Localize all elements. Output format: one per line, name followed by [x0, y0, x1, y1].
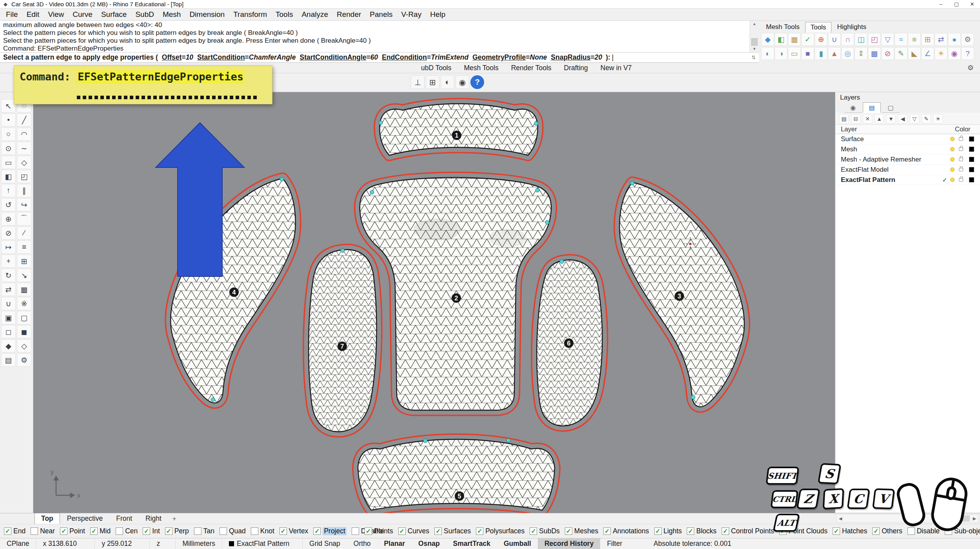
fillet-icon[interactable]: ⌒: [17, 212, 31, 225]
stitch-mesh-icon[interactable]: ✎: [895, 47, 907, 60]
maximize-button[interactable]: ▢: [949, 0, 964, 8]
polyline-icon[interactable]: ╱: [17, 113, 31, 127]
mesh-from-nurbs-icon[interactable]: ◐: [761, 47, 774, 60]
command-option-endcondition[interactable]: EndCondition=TrimExtend: [382, 53, 468, 61]
osnap-point-label[interactable]: Point: [69, 527, 85, 535]
menu-edit[interactable]: Edit: [22, 10, 44, 19]
lock-icon[interactable]: [959, 147, 963, 151]
scroll-up-button[interactable]: ▲: [750, 21, 759, 27]
unlock-icon[interactable]: ◇: [17, 339, 31, 353]
hide-icon[interactable]: ◻: [1, 325, 16, 338]
layer-icon[interactable]: ▤: [1, 353, 16, 367]
osnap-vertex-label[interactable]: Vertex: [289, 527, 309, 535]
menu-file[interactable]: File: [2, 10, 22, 19]
rectangle-icon[interactable]: ▭: [1, 156, 16, 169]
join-icon[interactable]: ∪: [1, 297, 16, 310]
corner-mesh-icon[interactable]: ◣: [908, 47, 921, 60]
trim-mesh-icon[interactable]: ⊘: [881, 47, 894, 60]
osnap-disable-checkbox[interactable]: [352, 527, 359, 535]
move-up-icon[interactable]: ▲: [875, 114, 884, 124]
mesh-plane-icon[interactable]: ▭: [788, 47, 801, 60]
filter-points-checkbox[interactable]: ✓: [365, 527, 372, 535]
layer-row-exactflat-pattern[interactable]: ExactFlat Pattern✓: [835, 175, 980, 185]
osnap-near-checkbox[interactable]: [31, 527, 38, 535]
minimize-button[interactable]: –: [933, 0, 949, 8]
layer-color-swatch[interactable]: [969, 177, 974, 182]
ribbon-tab-drafting[interactable]: Drafting: [558, 63, 594, 73]
osnap-mid-checkbox[interactable]: ✓: [90, 527, 98, 535]
layer-color-swatch[interactable]: [969, 136, 974, 142]
status-osnap[interactable]: Osnap: [412, 538, 446, 549]
ellipse-icon[interactable]: ⊙: [1, 142, 16, 155]
viewport-tab-front[interactable]: Front: [110, 513, 138, 524]
paint-mesh-icon[interactable]: ◉: [948, 47, 961, 60]
status-gumball[interactable]: Gumball: [497, 538, 538, 549]
command-option-offset[interactable]: Offset=10: [162, 53, 193, 61]
show-icon[interactable]: ◼: [17, 325, 31, 338]
array-mesh-icon[interactable]: ▩: [868, 47, 881, 60]
mesh-cylinder-icon[interactable]: ▮: [815, 47, 828, 60]
lock-icon[interactable]: [959, 178, 963, 182]
filter-others-checkbox[interactable]: ✓: [872, 527, 880, 535]
layer-row-exactflat-model[interactable]: ExactFlat Model: [835, 165, 980, 175]
offset-mesh-icon[interactable]: ≡: [908, 33, 921, 46]
status-grid-snap[interactable]: Grid Snap: [303, 538, 347, 549]
pattern-piece-7[interactable]: [309, 250, 377, 432]
trim-icon[interactable]: ⊘: [1, 226, 16, 240]
osnap-quad-label[interactable]: Quad: [229, 527, 246, 535]
lock-icon[interactable]: ◆: [1, 339, 16, 353]
viewport-tab-right[interactable]: Right: [139, 513, 168, 524]
copy-icon[interactable]: ⊞: [17, 255, 31, 268]
filter-annotations-label[interactable]: Annotations: [613, 527, 649, 535]
osnap-int-checkbox[interactable]: ✓: [143, 527, 150, 535]
ribbon-tab-mesh-tools[interactable]: Mesh Tools: [458, 63, 505, 73]
layers-tab[interactable]: ▤: [863, 102, 881, 113]
properties-tab[interactable]: ◉: [844, 102, 862, 113]
add-viewport-tab-icon[interactable]: +: [168, 515, 181, 524]
array-icon[interactable]: ▦: [17, 283, 31, 296]
osnap-knot-checkbox[interactable]: [251, 527, 258, 535]
osnap-vertex-checkbox[interactable]: ✓: [279, 527, 287, 535]
rotate-icon[interactable]: ↻: [1, 269, 16, 282]
new-layer-icon[interactable]: ▤: [839, 114, 849, 124]
viewport-tab-perspective[interactable]: Perspective: [61, 513, 109, 524]
align-mesh-icon[interactable]: ⇕: [855, 47, 867, 60]
polygon-icon[interactable]: ◇: [17, 156, 31, 169]
menu-view[interactable]: View: [44, 10, 68, 19]
filter-curves-checkbox[interactable]: ✓: [398, 527, 406, 535]
osnap-knot-label[interactable]: Knot: [260, 527, 274, 535]
extrude-icon[interactable]: ↑: [1, 184, 16, 197]
move-down-icon[interactable]: ▼: [886, 114, 896, 124]
explode-icon[interactable]: ※: [17, 297, 31, 310]
viewport-tab-top[interactable]: Top: [34, 513, 60, 524]
filter-meshes-checkbox[interactable]: ✓: [565, 527, 572, 535]
menu-render[interactable]: Render: [332, 10, 365, 19]
command-option-startcondition[interactable]: StartCondition=ChamferAngle: [197, 53, 296, 61]
layer-row-surface[interactable]: Surface: [835, 134, 980, 144]
filter-surfaces-label[interactable]: Surfaces: [444, 527, 471, 535]
boolean-mesh-icon[interactable]: ⊞: [921, 33, 934, 46]
bulb-icon[interactable]: [950, 137, 955, 141]
osnap-quad-checkbox[interactable]: [220, 527, 227, 535]
menu-curve[interactable]: Curve: [68, 10, 97, 19]
filter-subds-label[interactable]: SubDs: [539, 527, 560, 535]
osnap-end-label[interactable]: End: [13, 527, 25, 535]
filter-polysurfaces-label[interactable]: Polysurfaces: [485, 527, 524, 535]
layer-color-swatch[interactable]: [969, 147, 974, 152]
grid-icon[interactable]: ⊞: [426, 75, 439, 89]
extend-icon[interactable]: ↦: [1, 240, 16, 254]
filter-polysurfaces-checkbox[interactable]: ✓: [476, 527, 483, 535]
osnap-near-label[interactable]: Near: [40, 527, 55, 535]
display-tab[interactable]: ▢: [882, 102, 900, 113]
filter-control-points-label[interactable]: Control Points: [731, 527, 774, 535]
nurbs-from-mesh-icon[interactable]: ◑: [775, 47, 788, 60]
offset-icon[interactable]: ≡: [17, 240, 31, 254]
move-icon[interactable]: +: [1, 255, 16, 268]
status-millimeters[interactable]: Millimeters: [176, 538, 222, 549]
command-prompt[interactable]: Select a pattern edge to apply edge prop…: [0, 53, 759, 63]
unify-normals-icon[interactable]: ◆: [761, 33, 774, 46]
command-scrollbar[interactable]: ▲ ▼: [750, 21, 759, 52]
osnap-point-checkbox[interactable]: ✓: [60, 527, 67, 535]
menu-v-ray[interactable]: V-Ray: [397, 10, 426, 19]
surface-3pt-icon[interactable]: ◧: [1, 170, 16, 183]
